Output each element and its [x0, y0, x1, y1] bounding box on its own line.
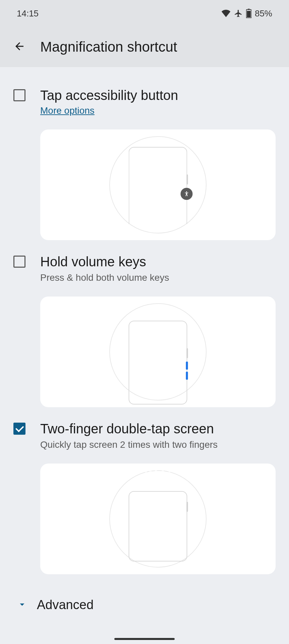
phone-outline — [129, 321, 187, 405]
phone-outline — [129, 491, 187, 561]
volume-key-down-icon — [186, 372, 188, 380]
illustration-volume-keys — [40, 297, 276, 407]
illustration-two-finger-tap — [40, 464, 276, 574]
content: Tap accessibility button More options Ho… — [0, 67, 289, 622]
phone-outline — [129, 147, 187, 224]
status-time: 14:15 — [17, 8, 39, 19]
app-bar: Magnification shortcut — [0, 27, 289, 67]
option-hold-volume[interactable]: Hold volume keys Press & hold both volum… — [13, 254, 276, 407]
option-subtitle: Press & hold both volume keys — [40, 272, 276, 283]
option-two-finger-tap[interactable]: Two-finger double-tap screen Quickly tap… — [13, 421, 276, 574]
side-button-gray — [187, 348, 188, 358]
option-body: Tap accessibility button More options — [40, 87, 276, 240]
side-button-gray — [187, 174, 188, 184]
side-button-gray — [187, 502, 188, 512]
back-button[interactable] — [13, 40, 25, 54]
status-right: 85% — [221, 8, 272, 19]
page-title: Magnification shortcut — [40, 39, 177, 55]
chevron-down-icon — [17, 599, 27, 611]
status-bar: 14:15 85% — [0, 0, 289, 27]
battery-icon — [246, 9, 251, 18]
circle-bg — [109, 470, 207, 568]
wifi-icon — [221, 10, 231, 17]
svg-rect-2 — [247, 11, 250, 17]
svg-point-3 — [186, 192, 187, 193]
svg-rect-1 — [248, 9, 249, 10]
accessibility-icon — [181, 188, 193, 200]
checkbox-hold-volume[interactable] — [13, 256, 25, 268]
advanced-label: Advanced — [37, 598, 94, 612]
battery-percent: 85% — [255, 8, 272, 19]
option-title: Two-finger double-tap screen — [40, 421, 276, 437]
airplane-icon — [234, 9, 243, 18]
advanced-toggle[interactable]: Advanced — [13, 588, 276, 622]
option-title: Tap accessibility button — [40, 87, 276, 103]
checkbox-two-finger-tap[interactable] — [13, 423, 25, 435]
nav-handle[interactable] — [114, 638, 175, 640]
circle-bg — [109, 136, 207, 233]
illustration-accessibility-button — [40, 129, 276, 240]
option-body: Two-finger double-tap screen Quickly tap… — [40, 421, 276, 574]
volume-key-up-icon — [186, 362, 188, 370]
option-title: Hold volume keys — [40, 254, 276, 270]
option-body: Hold volume keys Press & hold both volum… — [40, 254, 276, 407]
circle-bg — [109, 303, 207, 400]
option-subtitle: Quickly tap screen 2 times with two fing… — [40, 439, 276, 450]
checkbox-tap-accessibility[interactable] — [13, 89, 25, 101]
more-options-link[interactable]: More options — [40, 105, 95, 116]
option-tap-accessibility[interactable]: Tap accessibility button More options — [13, 87, 276, 240]
